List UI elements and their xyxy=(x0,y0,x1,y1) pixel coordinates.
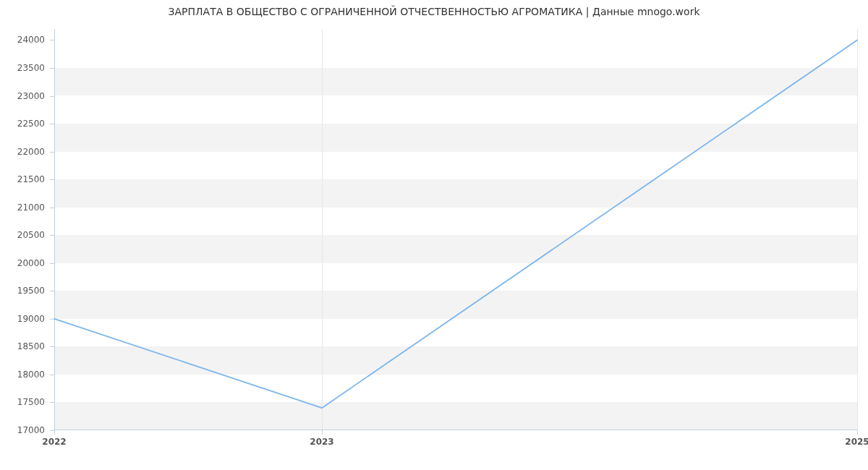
plot-area xyxy=(54,29,857,430)
chart-title: ЗАРПЛАТА В ОБЩЕСТВО С ОГРАНИЧЕННОЙ ОТЧЕС… xyxy=(0,6,868,17)
y-tick-label: 19500 xyxy=(17,286,45,296)
y-tick-label: 17000 xyxy=(17,425,45,435)
y-tick-label: 23500 xyxy=(17,63,45,73)
x-tick-label: 2025 xyxy=(845,437,868,447)
y-tick-label: 24000 xyxy=(17,35,45,45)
y-tick-label: 21000 xyxy=(17,202,45,213)
y-tick-label: 21500 xyxy=(17,174,45,184)
series-line xyxy=(54,40,857,408)
y-tick-label: 23000 xyxy=(17,91,45,101)
y-tick-label: 18000 xyxy=(17,369,45,380)
y-tick-label: 19000 xyxy=(17,314,45,324)
y-axis-labels: 1700017500180001850019000195002000020500… xyxy=(0,29,51,430)
y-tick-label: 20500 xyxy=(17,230,45,240)
x-gridline xyxy=(857,29,858,430)
y-tick-label: 17500 xyxy=(17,397,45,407)
y-tick-label: 20000 xyxy=(17,258,45,268)
chart-container: ЗАРПЛАТА В ОБЩЕСТВО С ОГРАНИЧЕННОЙ ОТЧЕС… xyxy=(0,0,868,470)
x-tick-label: 2023 xyxy=(310,437,333,447)
x-tick-label: 2022 xyxy=(42,437,66,447)
y-tick-label: 22000 xyxy=(17,147,45,157)
x-tick xyxy=(857,430,858,435)
x-axis-labels: 202220232025 xyxy=(54,434,857,456)
line-layer xyxy=(54,29,857,430)
y-tick-label: 18500 xyxy=(17,341,45,351)
y-tick-label: 22500 xyxy=(17,119,45,129)
